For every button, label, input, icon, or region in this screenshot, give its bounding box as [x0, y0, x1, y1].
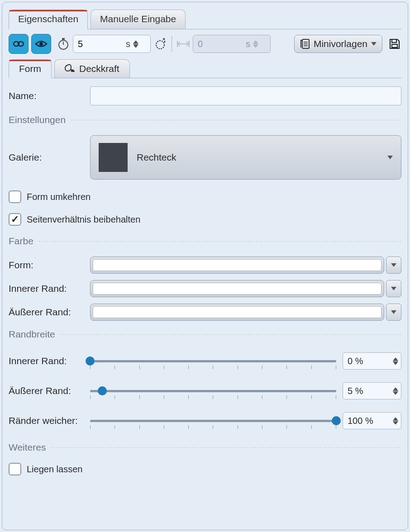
chevron-up-icon — [253, 40, 258, 44]
subtab-form-label: Form — [19, 63, 41, 74]
inner-border-slider-row: Innerer Rand: 0 % — [9, 352, 401, 370]
soften-slider-row: Ränder weicher: 100 % — [9, 412, 401, 429]
name-row: Name: — [9, 86, 401, 105]
soften-value-input[interactable]: 100 % — [343, 412, 401, 429]
section-divider — [70, 119, 401, 120]
outer-border-value-input[interactable]: 5 % — [343, 382, 401, 399]
visibility-toggle-button[interactable] — [31, 34, 51, 54]
reset-time-button[interactable]: ✦ — [153, 37, 167, 51]
color-form-swatch[interactable] — [90, 256, 384, 274]
width-unit: s — [246, 39, 250, 49]
opacity-icon — [65, 64, 76, 74]
slider-thumb[interactable] — [86, 356, 95, 366]
inner-border-value: 0 % — [348, 356, 393, 366]
slider-ticks — [90, 366, 336, 369]
width-input: s — [193, 35, 271, 53]
section-color: Farbe — [9, 236, 401, 247]
name-label: Name: — [9, 90, 90, 101]
section-more: Weiteres — [9, 442, 401, 453]
color-outer-dropdown[interactable] — [386, 304, 401, 321]
slider-thumb[interactable] — [332, 416, 341, 425]
outer-border-slider[interactable] — [90, 390, 336, 392]
duration-value[interactable] — [78, 39, 123, 49]
chevron-down-icon[interactable] — [133, 44, 138, 48]
chevron-down-icon — [371, 42, 377, 46]
soften-slider[interactable] — [90, 420, 336, 422]
invert-form-label: Form umkehren — [27, 192, 91, 202]
chevron-up-icon[interactable] — [133, 40, 138, 44]
tab-manual-input[interactable]: Manuelle Eingabe — [91, 10, 186, 29]
invert-form-checkbox[interactable] — [9, 190, 21, 203]
chevron-down-icon — [253, 44, 258, 48]
gallery-label: Galerie: — [9, 152, 90, 163]
tab-properties[interactable]: Eigenschaften — [9, 10, 88, 29]
duration-unit: s — [126, 39, 130, 49]
color-form-label: Form: — [9, 260, 90, 271]
chevron-up-icon[interactable] — [393, 387, 398, 391]
chevron-up-icon[interactable] — [393, 417, 398, 421]
width-icon — [176, 37, 190, 51]
svg-rect-4 — [62, 38, 65, 40]
duration-input[interactable]: s — [73, 35, 151, 53]
gallery-swatch — [99, 143, 128, 172]
outer-border-spinner[interactable] — [393, 387, 398, 395]
sub-tabs: Form Deckkraft — [9, 59, 401, 78]
color-outer-swatch[interactable] — [90, 304, 384, 321]
color-form-dropdown[interactable] — [386, 256, 401, 274]
section-border-width: Randbreite — [9, 329, 401, 340]
soften-value: 100 % — [348, 416, 393, 426]
section-settings-label: Einstellungen — [9, 114, 66, 125]
width-spinner — [253, 40, 258, 48]
leave-row: Liegen lassen — [9, 463, 401, 475]
inner-border-slider-label: Innerer Rand: — [9, 356, 90, 366]
color-inner-dropdown[interactable] — [386, 280, 401, 297]
link-icon — [13, 40, 24, 48]
leave-label: Liegen lassen — [27, 464, 82, 475]
chevron-down-icon[interactable] — [393, 361, 398, 365]
svg-point-2 — [39, 42, 43, 46]
name-input[interactable] — [90, 86, 401, 105]
save-button[interactable] — [388, 37, 401, 51]
section-settings: Einstellungen — [9, 114, 401, 125]
properties-panel: Eigenschaften Manuelle Eingabe — [2, 2, 408, 530]
subtab-form[interactable]: Form — [9, 59, 52, 78]
keep-aspect-checkbox[interactable] — [9, 213, 21, 226]
soften-spinner[interactable] — [393, 417, 398, 425]
duration-spinner[interactable] — [133, 40, 138, 48]
mini-templates-button[interactable]: Minivorlagen — [294, 35, 382, 53]
main-tabs: Eigenschaften Manuelle Eingabe — [9, 10, 401, 29]
svg-rect-16 — [392, 44, 397, 48]
mini-templates-label: Minivorlagen — [314, 38, 367, 49]
chevron-up-icon[interactable] — [393, 357, 398, 361]
slider-thumb[interactable] — [98, 386, 107, 395]
chevron-down-icon — [391, 310, 396, 314]
inner-border-value-input[interactable]: 0 % — [343, 352, 401, 370]
inner-border-slider[interactable] — [90, 360, 336, 362]
chevron-down-icon[interactable] — [393, 391, 398, 395]
width-value — [198, 39, 243, 49]
subtab-opacity[interactable]: Deckkraft — [54, 59, 130, 78]
invert-form-row: Form umkehren — [9, 190, 401, 203]
keep-aspect-label: Seitenverhältnis beibehalten — [27, 214, 140, 225]
color-inner-label: Innerer Rand: — [9, 283, 90, 294]
color-outer-row: Äußerer Rand: — [9, 304, 401, 321]
outer-border-slider-row: Äußerer Rand: 5 % — [9, 382, 401, 399]
color-inner-swatch[interactable] — [90, 280, 384, 297]
inner-border-spinner[interactable] — [393, 357, 398, 365]
link-toggle-button[interactable] — [9, 34, 29, 54]
chevron-down-icon — [391, 263, 396, 267]
eye-icon — [35, 40, 48, 48]
gallery-select[interactable]: Rechteck — [90, 135, 401, 180]
chevron-down-icon[interactable] — [393, 421, 398, 425]
subtab-opacity-label: Deckkraft — [79, 63, 119, 74]
section-border-width-label: Randbreite — [9, 329, 55, 340]
color-form-row: Form: — [9, 256, 401, 274]
svg-point-6 — [156, 41, 164, 49]
leave-checkbox[interactable] — [9, 463, 21, 475]
section-divider — [38, 241, 401, 242]
toolbar: s ✦ s — [9, 34, 401, 54]
section-divider — [60, 334, 401, 335]
gallery-row: Galerie: Rechteck — [9, 135, 401, 180]
chevron-down-icon — [391, 287, 396, 290]
section-more-label: Weiteres — [9, 442, 46, 453]
